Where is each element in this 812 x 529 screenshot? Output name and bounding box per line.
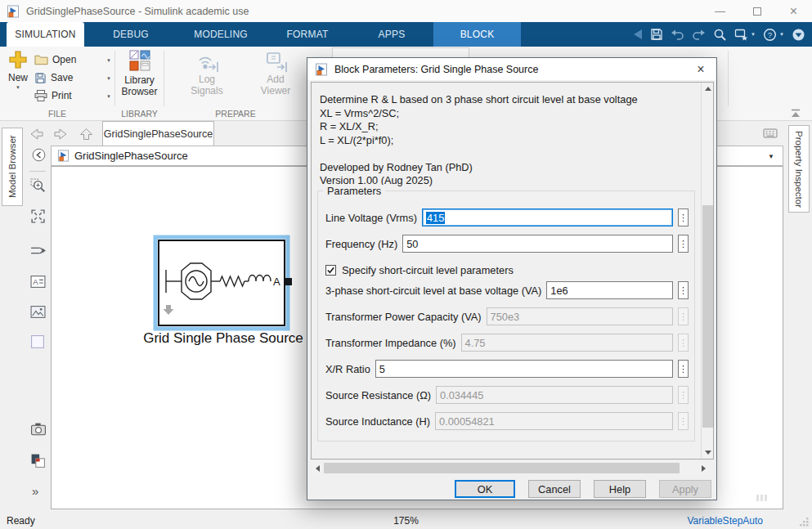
line-voltage-options-icon[interactable]: ⋮ xyxy=(678,208,689,226)
model-block-icon xyxy=(57,150,70,162)
camera-icon[interactable] xyxy=(30,422,47,437)
sc-level-input[interactable]: 1e6 xyxy=(546,281,673,299)
minimize-toolstrip-icon[interactable] xyxy=(792,28,805,42)
document-tab[interactable]: GridSinglePhaseSource xyxy=(102,121,214,146)
library-group-label: LIBRARY xyxy=(115,109,164,119)
file-group: New ▼ Open ▼ Save ▼ Print ▼ FILE xyxy=(0,47,114,120)
scroll-down-icon[interactable] xyxy=(702,446,714,459)
open-button[interactable]: Open ▼ xyxy=(34,52,111,68)
image-icon[interactable] xyxy=(30,305,46,319)
dialog-horizontal-scrollbar[interactable] xyxy=(312,462,710,474)
dialog-close-icon[interactable]: × xyxy=(690,58,711,80)
tab-debug[interactable]: DEBUG xyxy=(84,22,177,47)
expand-palette-icon[interactable]: » xyxy=(32,484,38,498)
grid-single-phase-source-block[interactable]: A xyxy=(151,233,292,333)
breadcrumb-path[interactable]: GridSinglePhaseSource xyxy=(74,150,188,162)
tab-modeling[interactable]: MODELING xyxy=(177,22,264,47)
log-signals-button[interactable]: Log Signals xyxy=(182,51,231,96)
cancel-button[interactable]: Cancel xyxy=(528,480,581,498)
status-bar: Ready 175% VariableStepAuto xyxy=(0,513,812,529)
add-viewer-label: Add Viewer xyxy=(253,74,298,96)
horizontal-scroll-thumb[interactable] xyxy=(324,463,680,473)
breadcrumb-dropdown-icon[interactable]: ▼ xyxy=(768,153,774,160)
xr-ratio-input[interactable]: 5 xyxy=(375,360,673,378)
zoom-in-icon[interactable] xyxy=(30,178,46,194)
specify-sc-checkbox-row: Specify short-circuit level parameters xyxy=(325,263,514,276)
dialog-titlebar[interactable]: Block Parameters: Grid Single Phase Sour… xyxy=(307,58,716,80)
vertical-scroll-thumb[interactable] xyxy=(702,205,713,428)
scroll-left-icon[interactable] xyxy=(312,462,324,474)
sc-level-options-icon[interactable]: ⋮ xyxy=(678,281,689,299)
ok-button[interactable]: OK xyxy=(455,480,515,498)
frequency-label: Frequency (Hz) xyxy=(325,238,397,250)
library-browser-button[interactable]: Library Browser xyxy=(115,50,164,97)
keyboard-icon[interactable] xyxy=(763,128,778,138)
transformer-impedance-input: 4.75 xyxy=(461,334,673,352)
collapse-ribbon-icon[interactable] xyxy=(790,109,801,119)
dialog-vertical-scrollbar[interactable] xyxy=(701,83,713,459)
print-button[interactable]: Print ▼ xyxy=(34,87,111,104)
log-signals-label: Log Signals xyxy=(185,74,229,96)
resize-grip-icon[interactable] xyxy=(800,518,809,527)
prepare-group-label: PREPARE xyxy=(164,109,307,119)
tab-apps[interactable]: APPS xyxy=(351,22,433,47)
library-browser-icon xyxy=(129,50,150,71)
print-label: Print xyxy=(52,90,102,101)
save-button[interactable]: Save ▼ xyxy=(34,69,111,86)
param-row-source-resistance: Source Resistance (Ω) 0.034445 ⋮ xyxy=(325,386,689,404)
fit-to-view-icon[interactable] xyxy=(30,208,46,224)
annotation-icon[interactable]: A xyxy=(30,275,46,289)
frequency-options-icon[interactable]: ⋮ xyxy=(678,235,689,253)
frequency-input[interactable]: 50 xyxy=(402,235,673,253)
source-inductance-label: Source Inductance (H) xyxy=(325,415,430,428)
line-voltage-input[interactable]: 415 xyxy=(422,208,673,226)
dialog-scroll-pane: Determine R & L based on 3 phase short c… xyxy=(311,82,714,460)
screenshot-icon[interactable] xyxy=(30,453,46,468)
param-row-transformer-power: Transformer Power Capacity (VA) 750e3 ⋮ xyxy=(325,307,689,325)
help-icon: ? xyxy=(763,28,777,42)
tab-simulation[interactable]: SIMULATION xyxy=(7,22,84,47)
block-parameters-dialog: Block Parameters: Grid Single Phase Sour… xyxy=(307,57,717,500)
line-voltage-label: Line Voltage (Vrms) xyxy=(325,212,417,224)
up-icon[interactable] xyxy=(79,127,94,141)
dialog-block-icon xyxy=(315,63,328,76)
transformer-power-input: 750e3 xyxy=(487,307,673,325)
new-button[interactable]: New ▼ xyxy=(4,50,32,90)
specify-sc-label: Specify short-circuit level parameters xyxy=(342,264,514,276)
parameters-group: Parameters Line Voltage (Vrms) 415 ⋮ Fre… xyxy=(317,191,695,442)
minimize-button[interactable]: — xyxy=(702,0,738,22)
block-star-icon xyxy=(734,28,748,41)
solver-link[interactable]: VariableStepAuto xyxy=(687,515,763,527)
signal-routing-icon[interactable] xyxy=(30,244,46,258)
source-resistance-label: Source Resistance (Ω) xyxy=(325,389,431,401)
scroll-right-icon[interactable] xyxy=(698,462,710,474)
tab-block[interactable]: BLOCK xyxy=(433,22,521,47)
area-box-icon[interactable] xyxy=(30,334,46,350)
search-icon[interactable] xyxy=(713,28,727,42)
add-viewer-button[interactable]: Add Viewer xyxy=(251,51,300,96)
undo-icon[interactable] xyxy=(671,28,684,41)
maximize-icon xyxy=(753,7,761,16)
maximize-button[interactable] xyxy=(738,0,775,22)
block-description: Determine R & L based on 3 phase short c… xyxy=(312,83,702,188)
save-icon[interactable] xyxy=(650,28,663,41)
close-button[interactable]: × xyxy=(775,0,812,22)
help-button[interactable]: Help xyxy=(594,480,646,498)
ribbon-tab-bar: SIMULATION DEBUG MODELING FORMAT APPS BL… xyxy=(0,22,812,47)
tab-format[interactable]: FORMAT xyxy=(264,22,351,47)
help-menu-button[interactable]: ? ▼ xyxy=(763,28,784,42)
redo-icon[interactable] xyxy=(692,28,706,41)
param-row-sc-level: 3-phase short-circuit level at base volt… xyxy=(325,281,689,299)
xr-ratio-options-icon[interactable]: ⋮ xyxy=(678,360,689,378)
model-browser-tab[interactable]: Model Browser xyxy=(2,128,23,206)
print-icon xyxy=(34,90,47,101)
forward-icon[interactable] xyxy=(52,127,70,141)
block-name-label[interactable]: Grid Single Phase Source xyxy=(133,330,313,347)
property-inspector-tab[interactable]: Property Inspector xyxy=(788,125,810,213)
specify-sc-checkbox[interactable] xyxy=(325,265,336,276)
output-port[interactable] xyxy=(285,278,292,285)
collapse-explorer-icon[interactable] xyxy=(32,148,46,162)
add-block-favorite-button[interactable]: ▼ xyxy=(734,28,756,41)
back-icon[interactable] xyxy=(28,127,46,141)
scroll-up-icon[interactable] xyxy=(702,83,714,95)
